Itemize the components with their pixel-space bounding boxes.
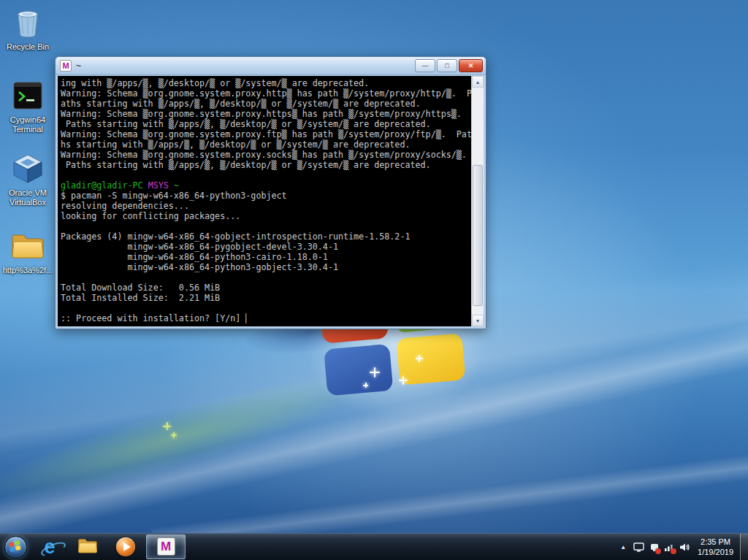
scroll-down-button[interactable]: ▼ <box>472 315 484 326</box>
minimize-button[interactable]: — <box>415 59 435 72</box>
sparkle-icon <box>163 422 171 430</box>
close-button[interactable]: ✕ <box>459 59 483 72</box>
folder-icon <box>1 228 54 264</box>
tray-device-icon[interactable] <box>646 534 662 560</box>
internet-explorer-icon: e <box>44 537 55 557</box>
sparkle-icon <box>363 383 368 388</box>
msys-icon: M <box>157 537 175 556</box>
desktop-icon-virtualbox[interactable]: Oracle VM VirtualBox <box>1 150 54 207</box>
msys-window-icon: M <box>60 60 72 72</box>
desktop-icon-recycle-bin[interactable]: Recycle Bin <box>1 4 54 52</box>
taskbar: e M ▲ <box>0 533 748 560</box>
tray-alert-badge <box>655 548 661 554</box>
clock-date: 1/19/2019 <box>698 547 733 557</box>
folder-icon <box>77 537 99 558</box>
system-tray: ▲ <box>615 534 748 560</box>
msys-terminal-window: M ~ — □ ✕ ing with ▒/apps/▒, ▒/desktop/▒… <box>55 56 486 329</box>
show-desktop-button[interactable] <box>740 534 748 560</box>
cygwin-terminal-icon <box>1 77 54 114</box>
maximize-button[interactable]: □ <box>437 59 457 72</box>
media-player-icon <box>116 537 135 556</box>
scrollbar-thumb[interactable] <box>473 165 483 306</box>
tray-display-icon[interactable] <box>631 534 646 560</box>
recycle-bin-icon <box>1 4 54 41</box>
start-button[interactable] <box>0 534 31 560</box>
taskbar-media-player-button[interactable] <box>107 534 145 560</box>
taskbar-clock[interactable]: 2:35 PM 1/19/2019 <box>692 537 740 557</box>
desktop-icon-label: Cygwin64 Terminal <box>1 115 54 134</box>
sparkle-icon <box>416 355 423 362</box>
windows-start-orb-icon <box>4 536 27 559</box>
tray-alert-badge <box>671 548 676 554</box>
tray-chevron-up-icon[interactable]: ▲ <box>615 544 631 551</box>
taskbar-msys-button[interactable]: M <box>146 534 186 559</box>
clock-time: 2:35 PM <box>698 537 733 547</box>
sparkle-icon <box>399 376 408 385</box>
tray-network-icon[interactable] <box>662 534 677 560</box>
sparkle-icon <box>370 367 380 377</box>
window-title: ~ <box>76 61 415 71</box>
desktop-icon-label: Recycle Bin <box>1 42 54 52</box>
sparkle-icon <box>171 432 177 438</box>
desktop-icon-cygwin64-terminal[interactable]: Cygwin64 Terminal <box>1 77 54 134</box>
terminal-scrollbar[interactable]: ▲ ▼ <box>471 76 484 326</box>
window-titlebar[interactable]: M ~ — □ ✕ <box>56 57 486 75</box>
taskbar-internet-explorer-button[interactable]: e <box>31 534 69 560</box>
terminal-output[interactable]: ing with ▒/apps/▒, ▒/desktop/▒ or ▒/syst… <box>58 76 471 326</box>
scrollbar-track[interactable] <box>472 88 484 315</box>
scroll-up-button[interactable]: ▲ <box>472 76 484 88</box>
desktop-icon-label: Oracle VM VirtualBox <box>1 188 54 207</box>
flag-blue-pane <box>324 344 393 396</box>
desktop-icon-label: http%3a%2f... <box>1 266 54 275</box>
desktop-icon-http-folder[interactable]: http%3a%2f... <box>1 228 54 275</box>
taskbar-explorer-button[interactable] <box>69 534 107 560</box>
virtualbox-icon <box>1 150 54 187</box>
tray-volume-icon[interactable] <box>677 534 692 560</box>
